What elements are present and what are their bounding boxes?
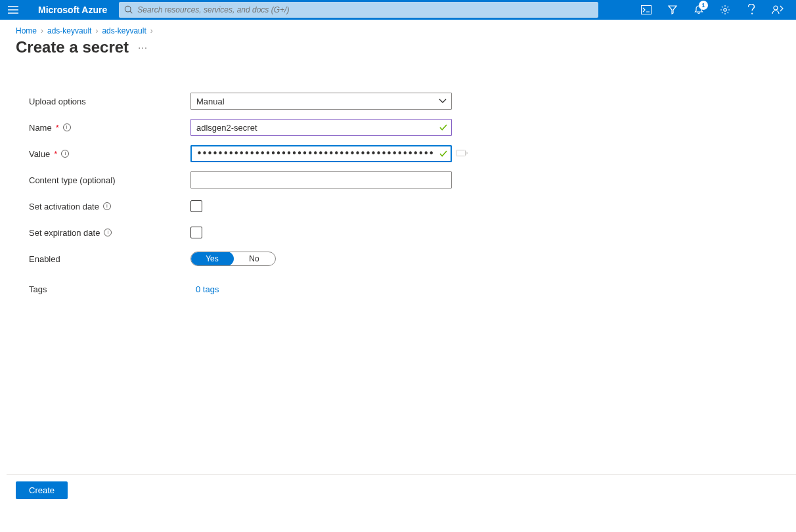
chevron-right-icon: › xyxy=(95,26,98,35)
settings-gear-icon[interactable] xyxy=(712,0,738,20)
info-icon[interactable]: i xyxy=(63,123,71,131)
svg-rect-6 xyxy=(456,150,466,156)
hamburger-menu-icon[interactable] xyxy=(0,0,26,20)
footer-bar: Create xyxy=(7,474,796,506)
global-search[interactable] xyxy=(119,2,598,18)
create-button[interactable]: Create xyxy=(16,481,68,499)
activation-date-label: Set activation date i xyxy=(29,202,190,211)
value-input[interactable] xyxy=(190,145,452,162)
chevron-right-icon: › xyxy=(41,26,43,35)
breadcrumb-keyvault-1[interactable]: ads-keyvault xyxy=(47,26,91,35)
svg-rect-2 xyxy=(642,6,652,14)
create-secret-form: Upload options Manual Name* i Value* i xyxy=(0,56,796,302)
global-search-input[interactable] xyxy=(137,5,593,14)
info-icon[interactable]: i xyxy=(103,202,111,210)
activation-date-checkbox[interactable] xyxy=(190,200,202,212)
svg-line-1 xyxy=(130,11,132,13)
value-label: Value* i xyxy=(29,149,190,159)
upload-options-select[interactable]: Manual xyxy=(190,93,452,110)
svg-point-5 xyxy=(774,6,778,10)
info-icon[interactable]: i xyxy=(61,150,69,158)
notification-badge: 1 xyxy=(699,1,708,10)
cloud-shell-icon[interactable] xyxy=(633,0,659,20)
topbar-actions: 1 xyxy=(633,0,796,20)
checkmark-icon xyxy=(439,123,448,132)
checkmark-icon xyxy=(439,149,448,158)
keyboard-icon xyxy=(456,150,468,158)
notifications-icon[interactable]: 1 xyxy=(686,0,712,20)
expiration-date-label: Set expiration date i xyxy=(29,228,190,238)
tags-label: Tags xyxy=(29,284,190,294)
search-icon xyxy=(124,5,133,14)
feedback-icon[interactable] xyxy=(764,0,791,20)
enabled-no[interactable]: No xyxy=(233,252,275,265)
name-label: Name* i xyxy=(29,123,190,133)
tags-link[interactable]: 0 tags xyxy=(190,284,219,294)
more-actions-icon[interactable]: ··· xyxy=(138,42,148,53)
enabled-toggle[interactable]: Yes No xyxy=(190,252,276,266)
content-type-label: Content type (optional) xyxy=(29,175,190,185)
name-input[interactable] xyxy=(190,119,452,136)
chevron-right-icon: › xyxy=(150,26,153,35)
upload-options-label: Upload options xyxy=(29,97,190,106)
info-icon[interactable]: i xyxy=(104,229,112,236)
breadcrumb-keyvault-2[interactable]: ads-keyvault xyxy=(102,26,146,35)
breadcrumb: Home › ads-keyvault › ads-keyvault › xyxy=(0,20,796,35)
page-header: Create a secret ··· xyxy=(0,35,796,56)
svg-point-4 xyxy=(751,13,753,14)
directory-filter-icon[interactable] xyxy=(659,0,686,20)
brand-label: Microsoft Azure xyxy=(26,5,119,15)
expiration-date-checkbox[interactable] xyxy=(190,227,202,238)
top-bar: Microsoft Azure 1 xyxy=(0,0,796,20)
breadcrumb-home[interactable]: Home xyxy=(16,26,37,35)
page-title: Create a secret xyxy=(16,38,129,56)
enabled-label: Enabled xyxy=(29,254,190,264)
svg-point-3 xyxy=(724,9,726,11)
enabled-yes[interactable]: Yes xyxy=(190,252,234,266)
help-icon[interactable] xyxy=(738,0,764,20)
content-type-input[interactable] xyxy=(190,171,452,188)
svg-point-0 xyxy=(125,6,131,12)
